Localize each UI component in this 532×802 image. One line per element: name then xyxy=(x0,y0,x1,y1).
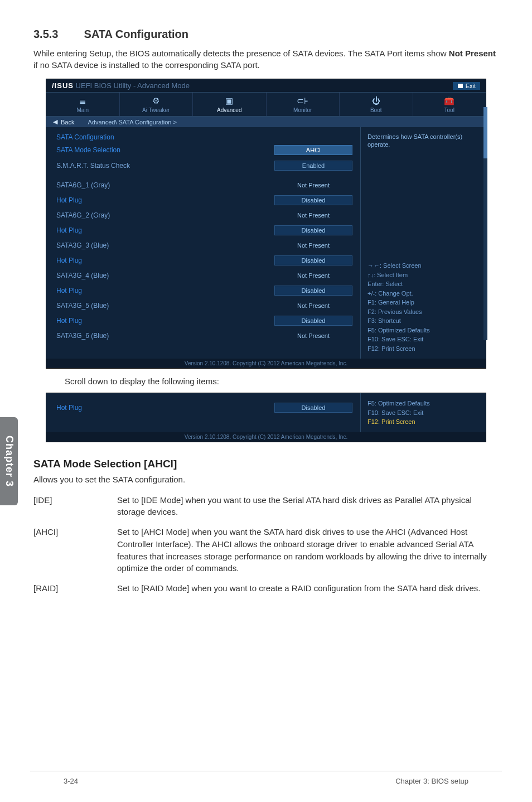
group-title: SATA Configuration xyxy=(56,131,352,142)
bios2-version-footer: Version 2.10.1208. Copyright (C) 2012 Am… xyxy=(46,432,486,442)
help-description: Determines how SATA controller(s) operat… xyxy=(367,133,479,261)
bios-options-pane: SATA ConfigurationSATA Mode SelectionAHC… xyxy=(46,127,360,359)
config-option-key: [IDE] xyxy=(33,492,117,524)
config-option-desc: Set to [IDE Mode] when you want to use t… xyxy=(117,492,499,524)
option-value: Not Present xyxy=(274,271,352,280)
option-row[interactable]: Hot PlugDisabled xyxy=(56,313,352,328)
tab-tool[interactable]: 🧰Tool xyxy=(413,93,486,116)
nav-key: F5: Optimized Defaults xyxy=(367,326,479,335)
config-option-desc: Set to [RAID Mode] when you want to crea… xyxy=(117,580,499,600)
option-row[interactable]: SATA3G_6 (Blue)Not Present xyxy=(56,328,352,343)
option-row[interactable]: Hot PlugDisabled xyxy=(56,253,352,268)
nav-key: F12: Print Screen xyxy=(367,344,479,354)
option-value: Not Present xyxy=(274,211,352,220)
nav-key: F1: General Help xyxy=(367,298,479,307)
nav-key: Enter: Select xyxy=(367,279,479,289)
section-title: SATA Configuration xyxy=(84,28,188,40)
nav-key: F12: Print Screen xyxy=(367,417,479,427)
tab-label: Monitor xyxy=(293,107,312,113)
config-option-key: [AHCI] xyxy=(33,524,117,580)
tab-ai-tweaker[interactable]: ⚙Ai Tweaker xyxy=(120,93,194,116)
nav-key: F10: Save ESC: Exit xyxy=(367,335,479,344)
navigation-keys: →←: Select Screen↑↓: Select ItemEnter: S… xyxy=(367,261,479,353)
hot-plug-label[interactable]: Hot Plug xyxy=(56,404,274,412)
option-label: SATA3G_6 (Blue) xyxy=(56,332,274,340)
nav-key: +/-: Change Opt. xyxy=(367,289,479,298)
bios-brand: /ISUS xyxy=(52,81,74,90)
option-row[interactable]: Hot PlugDisabled xyxy=(56,223,352,238)
tab-icon: ⚙ xyxy=(120,96,193,106)
exit-label: Exit xyxy=(466,83,476,89)
option-label: Hot Plug xyxy=(56,287,274,294)
nav-key: F3: Shortcut xyxy=(367,316,479,326)
nav-key: F5: Optimized Defaults xyxy=(367,399,479,408)
options-table: [IDE]Set to [IDE Mode] when you want to … xyxy=(33,492,499,600)
page-number: 3-24 xyxy=(64,777,78,785)
option-row[interactable]: SATA3G_3 (Blue)Not Present xyxy=(56,238,352,253)
tab-main[interactable]: ≣Main xyxy=(46,93,120,116)
tab-advanced[interactable]: ▣Advanced xyxy=(193,93,267,116)
tab-icon: ⏻ xyxy=(340,96,413,106)
tab-boot[interactable]: ⏻Boot xyxy=(340,93,413,116)
option-label: Hot Plug xyxy=(56,257,274,264)
tab-label: Ai Tweaker xyxy=(142,107,170,113)
option-row[interactable]: SATA3G_5 (Blue)Not Present xyxy=(56,298,352,313)
option-label: SATA Mode Selection xyxy=(56,146,274,154)
option-value: Not Present xyxy=(274,181,352,190)
tab-monitor[interactable]: ⊂⊧Monitor xyxy=(267,93,340,116)
option-row[interactable]: SATA3G_4 (Blue)Not Present xyxy=(56,268,352,283)
config-option-row: [AHCI]Set to [AHCI Mode] when you want t… xyxy=(33,524,499,580)
tab-label: Main xyxy=(76,107,89,113)
nav-key: F2: Previous Values xyxy=(367,307,479,317)
config-option-desc: Set to [AHCI Mode] when you want the SAT… xyxy=(117,524,499,580)
option-value[interactable]: Disabled xyxy=(274,195,352,205)
sata-mode-description: Allows you to set the SATA configuration… xyxy=(33,475,499,484)
tab-icon: 🧰 xyxy=(413,96,486,106)
config-option-row: [RAID]Set to [RAID Mode] when you want t… xyxy=(33,580,499,600)
bios-screenshot-continuation: Hot Plug Disabled F5: Optimized Defaults… xyxy=(46,393,486,442)
option-value[interactable]: Disabled xyxy=(274,316,352,326)
hot-plug-value[interactable]: Disabled xyxy=(274,403,352,413)
bios-product: UEFI BIOS Utility - Advanced Mode xyxy=(76,81,190,90)
option-value: Not Present xyxy=(274,331,352,340)
option-label: S.M.A.R.T. Status Check xyxy=(56,162,274,170)
exit-button[interactable]: ⯀ Exit xyxy=(453,82,480,90)
option-row[interactable]: SATA6G_1 (Gray)Not Present xyxy=(56,178,352,192)
option-row[interactable]: SATA6G_2 (Gray)Not Present xyxy=(56,208,352,223)
bios2-nav-keys: F5: Optimized DefaultsF10: Save ESC: Exi… xyxy=(360,393,486,432)
option-value[interactable]: Disabled xyxy=(274,225,352,235)
option-label: Hot Plug xyxy=(56,317,274,325)
option-row[interactable]: SATA Mode SelectionAHCI xyxy=(56,142,352,158)
breadcrumb: Advanced\ SATA Configuration > xyxy=(88,119,177,125)
tab-icon: ≣ xyxy=(46,96,119,106)
chapter-footer: Chapter 3: BIOS setup xyxy=(395,777,468,785)
exit-icon: ⯀ xyxy=(457,83,463,89)
section-number: 3.5.3 xyxy=(33,28,81,41)
tab-label: Tool xyxy=(444,107,454,113)
option-row[interactable]: Hot PlugDisabled xyxy=(56,192,352,208)
chapter-side-tab: Chapter 3 xyxy=(0,417,18,505)
option-value[interactable]: Disabled xyxy=(274,286,352,296)
bios-help-pane: Determines how SATA controller(s) operat… xyxy=(360,127,486,359)
section-heading: 3.5.3 SATA Configuration xyxy=(33,28,499,41)
tab-icon: ▣ xyxy=(193,96,266,106)
tab-label: Boot xyxy=(370,107,382,113)
option-value[interactable]: AHCI xyxy=(274,145,352,155)
option-label: SATA3G_5 (Blue) xyxy=(56,302,274,310)
option-value: Not Present xyxy=(274,241,352,250)
option-row[interactable]: S.M.A.R.T. Status CheckEnabled xyxy=(56,158,352,173)
bios-version-footer: Version 2.10.1208. Copyright (C) 2012 Am… xyxy=(46,359,486,368)
bios-tabbar: ≣Main⚙Ai Tweaker▣Advanced⊂⊧Monitor⏻Boot🧰… xyxy=(46,92,486,117)
back-arrow-icon: ◀ xyxy=(53,118,57,125)
back-row[interactable]: ◀ Back Advanced\ SATA Configuration > xyxy=(46,117,486,127)
option-row[interactable]: Hot PlugDisabled xyxy=(56,283,352,298)
intro-bold: Not Present xyxy=(449,49,496,58)
option-label: SATA3G_3 (Blue) xyxy=(56,241,274,249)
option-value[interactable]: Disabled xyxy=(274,255,352,265)
nav-key: →←: Select Screen xyxy=(367,261,479,270)
scroll-note: Scroll down to display the following ite… xyxy=(65,376,499,386)
option-value[interactable]: Enabled xyxy=(274,161,352,171)
sata-mode-heading: SATA Mode Selection [AHCI] xyxy=(33,458,499,470)
nav-key: ↑↓: Select Item xyxy=(367,270,479,280)
nav-key: F10: Save ESC: Exit xyxy=(367,408,479,418)
